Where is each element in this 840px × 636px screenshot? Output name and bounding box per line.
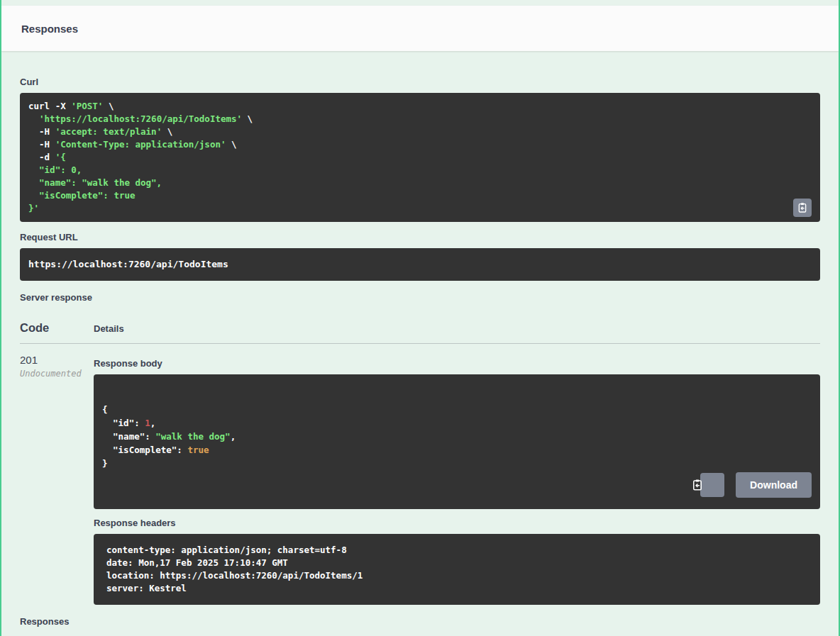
server-response-row: 201 Undocumented Response body { "id": 1…	[20, 354, 820, 605]
response-body-copy-button[interactable]	[700, 473, 724, 497]
status-code: 201	[20, 354, 94, 366]
request-url-block: https://localhost:7260/api/TodoItems	[20, 248, 820, 281]
server-response-label: Server response	[20, 292, 820, 303]
post-opblock-responses-panel: Responses Curl curl -X 'POST' \ 'https:/…	[0, 0, 840, 636]
curl-command-block: curl -X 'POST' \ 'https://localhost:7260…	[20, 93, 820, 222]
responses-section-header: Responses	[1, 6, 839, 51]
responses-section-title: Responses	[21, 23, 78, 35]
copy-clipboard-icon	[691, 457, 733, 513]
column-header-code: Code	[20, 321, 94, 335]
response-body-label: Response body	[94, 358, 820, 369]
table-header-divider	[20, 343, 820, 344]
response-headers-block: content-type: application/json; charset=…	[94, 534, 820, 605]
responses-table-label: Responses	[20, 616, 820, 627]
response-headers-label: Response headers	[94, 518, 820, 528]
curl-label: Curl	[20, 77, 820, 87]
curl-copy-button[interactable]	[793, 199, 812, 217]
server-response-table-header: Code Details	[20, 321, 820, 335]
download-button[interactable]: Download	[736, 472, 812, 498]
copy-clipboard-icon	[797, 202, 808, 213]
column-header-details: Details	[94, 323, 124, 334]
response-body-block: { "id": 1, "name": "walk the dog", "isCo…	[94, 374, 820, 509]
status-undocumented-note: Undocumented	[20, 369, 94, 379]
request-url-label: Request URL	[20, 232, 820, 242]
